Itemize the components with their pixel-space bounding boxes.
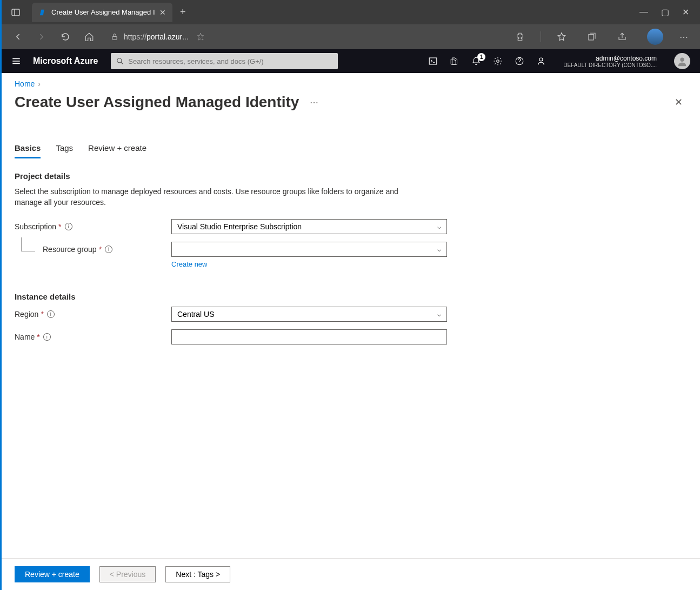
- info-icon[interactable]: i: [47, 310, 55, 318]
- svg-text:+: +: [202, 37, 203, 41]
- required-indicator: *: [37, 333, 39, 341]
- cloud-shell-icon[interactable]: [428, 56, 438, 66]
- resource-group-row: Resource group * i ⌵: [15, 242, 687, 257]
- region-row: Region * i Central US ⌵: [15, 307, 687, 322]
- tab-tags[interactable]: Tags: [56, 143, 73, 158]
- chevron-down-icon: ⌵: [437, 246, 441, 253]
- project-details-description: Select the subscription to manage deploy…: [15, 186, 425, 208]
- collections-icon[interactable]: [582, 27, 602, 47]
- user-avatar[interactable]: [674, 53, 690, 69]
- breadcrumb-home[interactable]: Home: [15, 79, 35, 88]
- name-input[interactable]: [177, 333, 441, 341]
- notification-badge: 1: [477, 53, 485, 61]
- user-info[interactable]: admin@contoso.com DEFAULT DIRECTORY (CON…: [563, 55, 657, 68]
- svg-point-6: [117, 58, 122, 63]
- toolbar-divider: [541, 31, 541, 42]
- page-close-icon[interactable]: ✕: [675, 96, 687, 108]
- svg-rect-5: [589, 35, 594, 41]
- user-email: admin@contoso.com: [563, 55, 657, 62]
- url-bar[interactable]: https://portal.azur... +: [105, 28, 214, 45]
- svg-point-11: [539, 58, 543, 61]
- svg-rect-8: [429, 58, 437, 64]
- feedback-icon[interactable]: [536, 56, 546, 66]
- region-label: Region * i: [15, 310, 171, 319]
- resource-group-select[interactable]: ⌵: [171, 242, 447, 257]
- refresh-button[interactable]: [56, 27, 75, 47]
- info-icon[interactable]: i: [65, 223, 72, 230]
- azure-favicon: [38, 8, 47, 17]
- notifications-icon[interactable]: 1: [471, 56, 481, 66]
- next-button[interactable]: Next : Tags >: [165, 566, 230, 582]
- share-icon[interactable]: [612, 27, 632, 47]
- indent-line: [21, 237, 35, 251]
- browser-titlebar: Create User Assigned Managed I ✕ + — ▢ ✕: [2, 0, 700, 24]
- svg-rect-0: [12, 9, 19, 16]
- page-title: Create User Assigned Managed Identity: [15, 94, 299, 111]
- subscription-row: Subscription * i Visual Studio Enterpris…: [15, 219, 687, 234]
- search-input[interactable]: [128, 57, 332, 65]
- lock-icon: [111, 33, 118, 41]
- region-value: Central US: [177, 310, 214, 319]
- search-box[interactable]: [111, 53, 338, 69]
- name-row: Name * i: [15, 329, 687, 344]
- svg-point-9: [497, 60, 499, 63]
- user-directory: DEFAULT DIRECTORY (CONTOSO....: [563, 62, 657, 68]
- chevron-down-icon: ⌵: [437, 223, 441, 230]
- profile-avatar[interactable]: [647, 29, 663, 45]
- extensions-icon[interactable]: [510, 27, 530, 47]
- previous-button: < Previous: [99, 566, 156, 582]
- required-indicator: *: [58, 222, 61, 231]
- svg-point-12: [680, 58, 684, 62]
- window-controls: — ▢ ✕: [639, 7, 696, 17]
- favorites-icon[interactable]: [552, 27, 571, 47]
- maximize-icon[interactable]: ▢: [661, 7, 669, 17]
- browser-tab[interactable]: Create User Assigned Managed I ✕: [32, 3, 172, 22]
- info-icon[interactable]: i: [105, 246, 112, 253]
- subscription-select[interactable]: Visual Studio Enterprise Subscription ⌵: [171, 219, 447, 234]
- url-text: https://portal.azur...: [124, 32, 189, 41]
- azure-header: Microsoft Azure 1 admin@contoso.com DEFA…: [2, 49, 700, 73]
- new-tab-button[interactable]: +: [180, 6, 186, 18]
- breadcrumb: Home ›: [15, 79, 687, 88]
- svg-rect-2: [112, 36, 117, 39]
- sidebar-toggle-icon[interactable]: [10, 7, 21, 18]
- name-label: Name * i: [15, 333, 171, 341]
- settings-icon[interactable]: [493, 56, 503, 66]
- tab-basics[interactable]: Basics: [15, 143, 41, 158]
- minimize-icon[interactable]: —: [639, 7, 648, 17]
- tab-review[interactable]: Review + create: [88, 143, 146, 158]
- azure-brand[interactable]: Microsoft Azure: [33, 56, 98, 66]
- subscription-label: Subscription * i: [15, 222, 171, 231]
- tab-title: Create User Assigned Managed I: [51, 8, 155, 16]
- tab-close-icon[interactable]: ✕: [159, 8, 166, 17]
- name-input-wrapper: [171, 329, 447, 344]
- subscription-value: Visual Studio Enterprise Subscription: [177, 222, 302, 231]
- project-details-heading: Project details: [15, 171, 687, 181]
- page-more-icon[interactable]: ⋯: [310, 97, 318, 108]
- tab-bar: Basics Tags Review + create: [15, 127, 687, 158]
- footer-buttons: Review + create < Previous Next : Tags >: [2, 558, 700, 590]
- required-indicator: *: [99, 245, 102, 254]
- region-select[interactable]: Central US ⌵: [171, 307, 447, 322]
- required-indicator: *: [41, 310, 43, 319]
- forward-button[interactable]: [32, 27, 51, 47]
- chevron-down-icon: ⌵: [437, 310, 441, 318]
- page-header: Create User Assigned Managed Identity ⋯ …: [15, 94, 687, 111]
- back-button[interactable]: [8, 27, 28, 47]
- chevron-right-icon: ›: [38, 79, 41, 88]
- hamburger-menu-icon[interactable]: [11, 56, 21, 66]
- help-icon[interactable]: [515, 56, 524, 66]
- directories-icon[interactable]: [450, 56, 459, 66]
- browser-menu-icon[interactable]: ⋯: [674, 27, 694, 47]
- home-button[interactable]: [79, 27, 99, 47]
- close-window-icon[interactable]: ✕: [682, 7, 689, 17]
- reading-list-icon[interactable]: +: [196, 32, 205, 41]
- browser-toolbar: https://portal.azur... + ⋯: [2, 24, 700, 49]
- svg-line-7: [121, 62, 123, 64]
- create-new-link[interactable]: Create new: [171, 260, 207, 268]
- search-icon: [116, 57, 124, 65]
- page-content: Home › Create User Assigned Managed Iden…: [2, 73, 700, 558]
- review-create-button[interactable]: Review + create: [15, 566, 90, 582]
- info-icon[interactable]: i: [43, 333, 51, 341]
- instance-details-heading: Instance details: [15, 292, 687, 301]
